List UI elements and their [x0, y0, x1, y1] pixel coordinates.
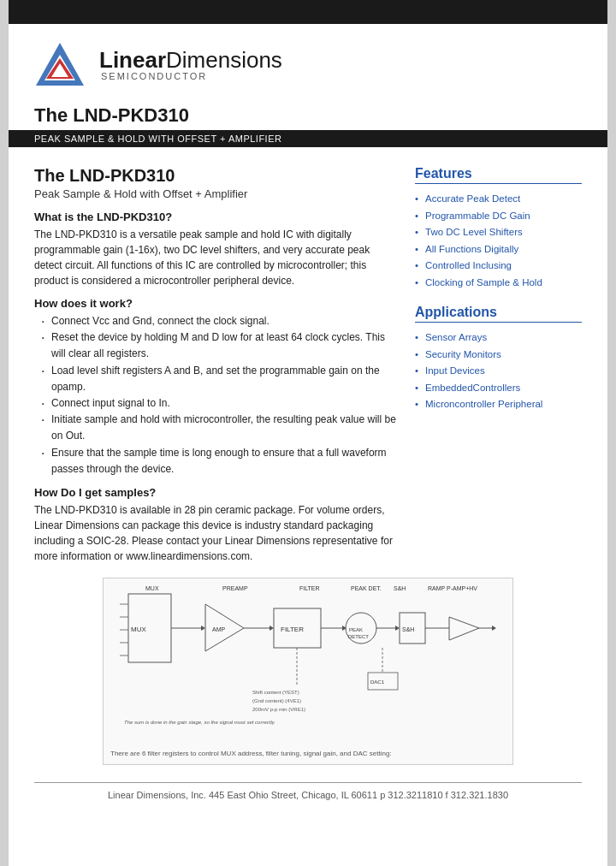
svg-text:(Gnd content) (4VE1): (Gnd content) (4VE1) [252, 698, 301, 703]
svg-text:DETECT: DETECT [348, 634, 369, 639]
feature-4: All Functions Digitally [415, 241, 582, 258]
section-main-subtitle: Peak Sample & Hold with Offset + Amplifi… [34, 187, 398, 200]
svg-text:MUX: MUX [145, 585, 159, 591]
app-5: Microncontroller Peripheral [415, 396, 582, 413]
semiconductor-label: SEMICONDUCTOR [101, 71, 282, 81]
feature-6: Clocking of Sample & Hold [415, 275, 582, 292]
feature-2: Programmable DC Gain [415, 208, 582, 225]
right-column: Features Accurate Peak Detect Programmab… [415, 166, 582, 569]
features-list: Accurate Peak Detect Programmable DC Gai… [415, 191, 582, 291]
svg-text:DAC1: DAC1 [370, 679, 385, 685]
footer-text: Linear Dimensions, Inc. 445 East Ohio St… [108, 790, 508, 800]
svg-text:PEAK: PEAK [349, 627, 363, 632]
svg-text:S&H: S&H [402, 626, 414, 632]
svg-marker-18 [201, 626, 205, 631]
svg-text:PREAMP: PREAMP [222, 585, 248, 591]
svg-marker-35 [449, 617, 479, 640]
main-content: The LND-PKD310 Peak Sample & Hold with O… [9, 147, 607, 578]
svg-text:S&H: S&H [394, 585, 406, 591]
svg-text:RAMP P-AMP+HV: RAMP P-AMP+HV [428, 585, 477, 591]
app-3: Input Devices [415, 363, 582, 380]
how-step-4: Connect input signal to In. [34, 395, 398, 412]
subtitle-bar: PEAK SAMPLE & HOLD WITH OFFSET + AMPLIFI… [9, 130, 607, 147]
block-diagram: MUX PREAMP FILTER PEAK DET. S&H RAMP P-A… [103, 578, 513, 765]
footer-bar: Linear Dimensions, Inc. 445 East Ohio St… [34, 782, 582, 809]
product-title: The LND-PKD310 [34, 104, 582, 127]
svg-marker-22 [270, 626, 274, 631]
what-text: The LND-PKD310 is a versatile peak sampl… [34, 227, 398, 288]
features-title: Features [415, 166, 582, 184]
diagram-section: MUX PREAMP FILTER PEAK DET. S&H RAMP P-A… [9, 578, 607, 774]
how-step-5: Initiate sample and hold with microcontr… [34, 412, 398, 444]
feature-3: Two DC Level Shifters [415, 224, 582, 241]
diagram-note-1: There are 6 filter registers to control … [110, 750, 506, 757]
left-column: The LND-PKD310 Peak Sample & Hold with O… [34, 166, 398, 569]
app-2: Security Monitors [415, 347, 582, 364]
app-1: Sensor Arrays [415, 329, 582, 347]
diagram-svg: MUX PREAMP FILTER PEAK DET. S&H RAMP P-A… [120, 578, 496, 750]
how-step-6: Ensure that the sample time is long enou… [34, 445, 398, 477]
how-step-1: Connect Vcc and Gnd, connect the clock s… [34, 313, 398, 329]
page-wrapper: LinearDimensions SEMICONDUCTOR The LND-P… [9, 0, 607, 866]
svg-text:AMP: AMP [212, 626, 226, 632]
how-heading: How does it work? [34, 297, 398, 310]
svg-text:200mV p-p min (VRE1): 200mV p-p min (VRE1) [252, 707, 305, 712]
subtitle-text: PEAK SAMPLE & HOLD WITH OFFSET + AMPLIFI… [34, 133, 281, 144]
company-name-bold: Linear [99, 47, 166, 73]
company-logo [34, 39, 86, 91]
samples-heading: How Do I get samples? [34, 486, 398, 499]
svg-marker-31 [395, 626, 400, 631]
svg-marker-37 [492, 626, 496, 631]
header-section: LinearDimensions SEMICONDUCTOR [9, 24, 607, 99]
svg-text:MUX: MUX [131, 626, 146, 633]
applications-list: Sensor Arrays Security Monitors Input De… [415, 329, 582, 413]
how-step-2: Reset the device by holding M and D low … [34, 329, 398, 362]
company-name: LinearDimensions [99, 49, 282, 71]
svg-text:FILTER: FILTER [281, 626, 304, 633]
svg-text:The sum is done in the gain st: The sum is done in the gain stage, so th… [124, 720, 275, 725]
applications-title: Applications [415, 305, 582, 323]
what-heading: What is the LND-PKD310? [34, 211, 398, 223]
product-title-section: The LND-PKD310 [9, 99, 607, 130]
how-steps-list: Connect Vcc and Gnd, connect the clock s… [34, 313, 398, 477]
svg-text:PEAK DET.: PEAK DET. [351, 585, 382, 591]
how-step-3: Load level shift registers A and B, and … [34, 363, 398, 395]
company-name-regular: Dimensions [166, 47, 282, 73]
samples-text: The LND-PKD310 is available in 28 pin ce… [34, 502, 398, 564]
svg-text:FILTER: FILTER [299, 585, 320, 591]
top-bar [9, 0, 607, 24]
feature-1: Accurate Peak Detect [415, 191, 582, 208]
feature-5: Controlled Inclusing [415, 258, 582, 275]
section-main-title: The LND-PKD310 [34, 166, 398, 186]
app-4: EmbeddedControllers [415, 380, 582, 397]
svg-text:Shift content (YEST): Shift content (YEST) [252, 690, 299, 695]
company-name-block: LinearDimensions SEMICONDUCTOR [99, 49, 282, 81]
